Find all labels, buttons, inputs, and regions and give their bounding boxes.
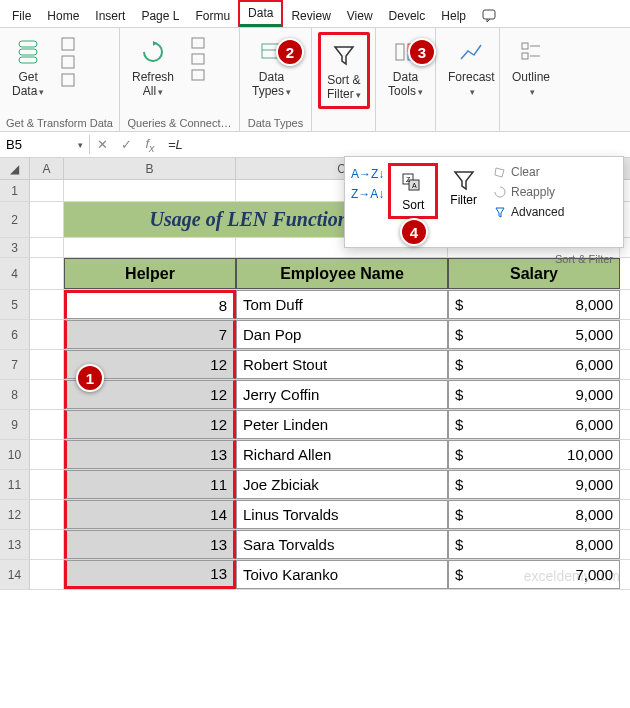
svg-rect-16 [522,53,528,59]
svg-rect-7 [192,38,204,48]
filter-button[interactable]: Filter [442,163,485,211]
enter-formula-icon[interactable]: ✓ [114,137,138,152]
sort-filter-dropdown: A→Z↓ Z→A↓ ZA Sort Filter Clear Reapply A… [344,156,624,248]
salary-cell[interactable]: $9,000 [448,470,620,499]
svg-rect-6 [62,74,74,86]
popup-group-label: Sort & Filter [555,253,613,265]
rowhead[interactable]: 12 [0,500,30,529]
outline-icon [515,36,547,68]
get-data-icon [12,36,44,68]
helper-cell[interactable]: 13 [64,530,236,559]
queries-extras[interactable] [184,32,214,86]
name-box[interactable]: B5▾ [0,135,90,154]
forecast-icon [455,36,487,68]
helper-cell[interactable]: 13 [64,440,236,469]
salary-cell[interactable]: $8,000 [448,500,620,529]
rowhead[interactable]: 6 [0,320,30,349]
watermark: exceldemy.com [524,568,620,584]
salary-cell[interactable]: $6,000 [448,350,620,379]
th-helper[interactable]: Helper [64,258,236,289]
rowhead[interactable]: 11 [0,470,30,499]
outline-label: Outline▾ [512,70,550,99]
salary-cell[interactable]: $8,000 [448,530,620,559]
annotation-1: 1 [76,364,104,392]
helper-cell[interactable]: 14 [64,500,236,529]
sort-button[interactable]: ZA Sort [388,163,438,219]
rowhead[interactable]: 5 [0,290,30,319]
rowhead[interactable]: 2 [0,202,30,237]
rowhead[interactable]: 9 [0,410,30,439]
name-cell[interactable]: Peter Linden [236,410,448,439]
colhead-a[interactable]: A [30,158,64,179]
name-cell[interactable]: Toivo Karanko [236,560,448,589]
get-data-label: GetData▾ [12,70,44,99]
tab-home[interactable]: Home [39,5,87,27]
salary-cell[interactable]: $10,000 [448,440,620,469]
salary-cell[interactable]: $5,000 [448,320,620,349]
select-all[interactable]: ◢ [0,158,30,179]
sort-asc-icon[interactable]: A→Z↓ [351,167,384,181]
annotation-3: 3 [408,38,436,66]
svg-rect-15 [522,43,528,49]
fx-icon[interactable]: fx [138,136,162,154]
get-data-button[interactable]: GetData▾ [6,32,50,103]
tab-file[interactable]: File [4,5,39,27]
advanced-button[interactable]: Advanced [489,203,568,221]
rowhead[interactable]: 10 [0,440,30,469]
annotation-4: 4 [400,218,428,246]
sort-desc-icon[interactable]: Z→A↓ [351,187,384,201]
svg-rect-4 [62,38,74,50]
cancel-formula-icon[interactable]: ✕ [90,137,114,152]
outline-button[interactable]: Outline▾ [506,32,556,103]
th-name[interactable]: Employee Name [236,258,448,289]
name-cell[interactable]: Linus Torvalds [236,500,448,529]
annotation-2: 2 [276,38,304,66]
tab-help[interactable]: Help [433,5,474,27]
name-cell[interactable]: Joe Zbiciak [236,470,448,499]
rowhead[interactable]: 14 [0,560,30,589]
rowhead[interactable]: 13 [0,530,30,559]
name-cell[interactable]: Richard Allen [236,440,448,469]
get-data-extras[interactable] [54,32,84,92]
group-label-get-transform: Get & Transform Data [6,117,113,129]
rowhead[interactable]: 7 [0,350,30,379]
salary-cell[interactable]: $9,000 [448,380,620,409]
sort-filter-button[interactable]: Sort &Filter▾ [318,32,370,109]
name-cell[interactable]: Jerry Coffin [236,380,448,409]
svg-rect-8 [192,54,204,64]
helper-cell[interactable]: 13 [64,560,236,589]
funnel-icon [328,39,360,71]
refresh-all-button[interactable]: RefreshAll▾ [126,32,180,103]
tab-review[interactable]: Review [283,5,338,27]
rowhead[interactable]: 4 [0,258,30,289]
rowhead[interactable]: 8 [0,380,30,409]
tab-page-layout[interactable]: Page L [133,5,187,27]
name-cell[interactable]: Dan Pop [236,320,448,349]
formula-bar-row: B5▾ ✕ ✓ fx =L [0,132,630,158]
tab-insert[interactable]: Insert [87,5,133,27]
helper-cell[interactable]: 8 [64,290,236,319]
svg-rect-0 [483,10,495,19]
name-cell[interactable]: Tom Duff [236,290,448,319]
name-cell[interactable]: Sara Torvalds [236,530,448,559]
tab-developer[interactable]: Develc [381,5,434,27]
helper-cell[interactable]: 12 [64,410,236,439]
salary-cell[interactable]: $8,000 [448,290,620,319]
comments-icon[interactable] [474,5,506,27]
name-cell[interactable]: Robert Stout [236,350,448,379]
reapply-button[interactable]: Reapply [489,183,568,201]
formula-bar[interactable]: =L [162,135,630,154]
colhead-b[interactable]: B [64,158,236,179]
tab-data[interactable]: Data [238,0,283,27]
helper-cell[interactable]: 7 [64,320,236,349]
helper-cell[interactable]: 11 [64,470,236,499]
group-label-queries: Queries & Connect… [126,117,233,129]
refresh-icon [137,36,169,68]
clear-button[interactable]: Clear [489,163,568,181]
rowhead[interactable]: 3 [0,238,30,257]
forecast-button[interactable]: Forecast▾ [442,32,501,103]
tab-view[interactable]: View [339,5,381,27]
rowhead[interactable]: 1 [0,180,30,201]
salary-cell[interactable]: $6,000 [448,410,620,439]
tab-formulas[interactable]: Formu [187,5,238,27]
